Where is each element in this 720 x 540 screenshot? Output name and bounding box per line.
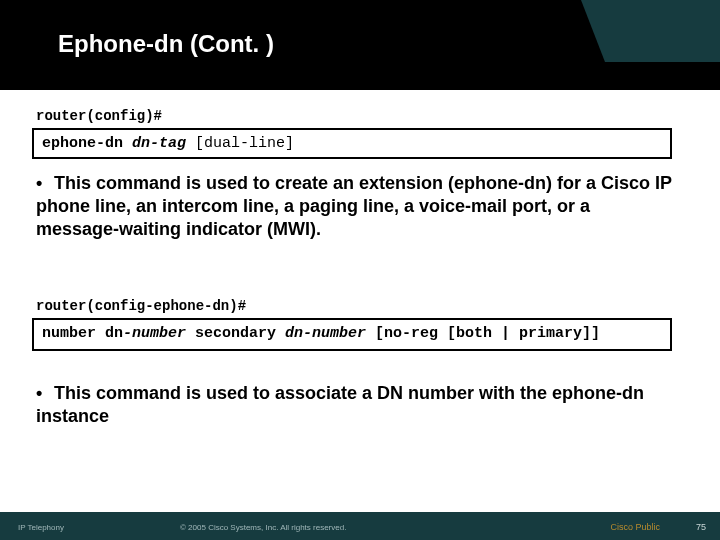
slide-title: Ephone-dn (Cont. ) — [58, 30, 274, 58]
bullet-2: •This command is used to associate a DN … — [36, 382, 676, 428]
cmd1-arg: dn-tag — [132, 135, 186, 152]
title-bar: Ephone-dn (Cont. ) — [0, 0, 720, 90]
bullet-marker: • — [36, 172, 54, 195]
footer-copyright: © 2005 Cisco Systems, Inc. All rights re… — [180, 523, 346, 532]
command-box-2: number dn-number secondary dn-number [no… — [32, 318, 672, 351]
cmd1-keyword: ephone-dn — [42, 135, 132, 152]
cmd2-part-d: dn-number — [285, 325, 366, 342]
command-box-1: ephone-dn dn-tag [dual-line] — [32, 128, 672, 159]
corner-decoration — [605, 0, 720, 62]
footer-right: Cisco Public — [610, 522, 660, 532]
cli-prompt-2: router(config-ephone-dn)# — [36, 298, 246, 314]
slide: Ephone-dn (Cont. ) router(config)# ephon… — [0, 0, 720, 540]
bullet-1: •This command is used to create an exten… — [36, 172, 676, 241]
cmd1-option: [dual-line] — [186, 135, 294, 152]
cmd2-part-a: number dn — [42, 325, 123, 342]
cmd2-part-e: [no-reg [both | primary]] — [366, 325, 600, 342]
cmd2-part-c: secondary — [186, 325, 285, 342]
bullet-1-text: This command is used to create an extens… — [36, 173, 672, 239]
bullet-2-text: This command is used to associate a DN n… — [36, 383, 644, 426]
cli-prompt-1: router(config)# — [36, 108, 162, 124]
footer-bar: IP Telephony © 2005 Cisco Systems, Inc. … — [0, 512, 720, 540]
page-number: 75 — [696, 522, 706, 532]
cmd2-part-b: -number — [123, 325, 186, 342]
bullet-marker: • — [36, 382, 54, 405]
footer-left: IP Telephony — [18, 523, 64, 532]
